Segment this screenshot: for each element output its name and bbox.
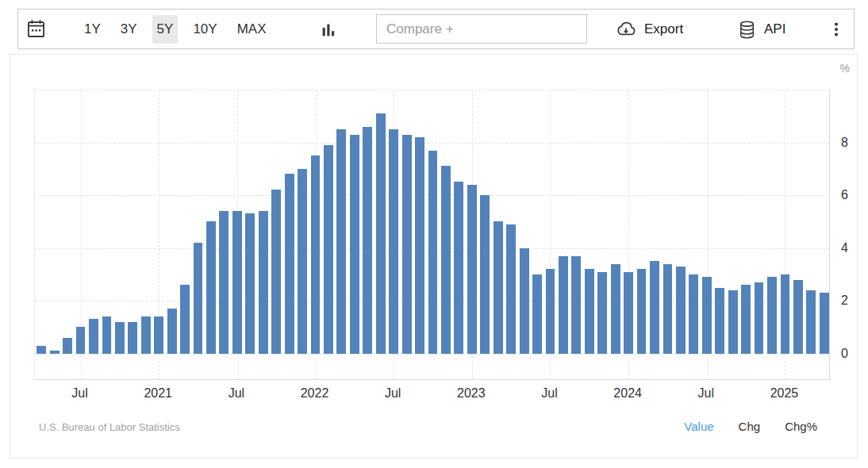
bar-Oct 2022[interactable]	[428, 151, 438, 354]
bar-Jan 2024[interactable]	[624, 272, 633, 354]
bar-Jun 2021[interactable]	[219, 211, 229, 354]
bar-Aug 2022[interactable]	[402, 135, 412, 354]
bar-Mar 2025[interactable]	[806, 290, 816, 354]
bar-May 2024[interactable]	[676, 267, 686, 354]
bar-Dec 2024[interactable]	[767, 277, 777, 353]
bar-May 2022[interactable]	[363, 127, 372, 354]
bar-May 2020[interactable]	[50, 351, 60, 353]
bar-Jan 2023[interactable]	[467, 185, 477, 354]
bar-Apr 2023[interactable]	[506, 224, 516, 354]
bar-Dec 2020[interactable]	[141, 316, 151, 354]
bar-Mar 2021[interactable]	[180, 285, 190, 354]
bar-Feb 2023[interactable]	[480, 195, 490, 354]
bar-Aug 2020[interactable]	[89, 319, 98, 353]
bar-Aug 2023[interactable]	[559, 256, 568, 354]
bar-Oct 2021[interactable]	[271, 190, 281, 353]
x-tick-label: 2021	[144, 386, 172, 401]
bar-Jan 2021[interactable]	[154, 316, 163, 354]
y-axis-unit-label: %	[840, 62, 850, 75]
bar-Jul 2024[interactable]	[702, 277, 712, 353]
bar-Sep 2023[interactable]	[571, 256, 581, 354]
x-tick-label: Jul	[698, 386, 714, 401]
api-button[interactable]: API	[737, 16, 785, 43]
bar-Aug 2024[interactable]	[715, 288, 724, 354]
x-tick-label: Jul	[541, 386, 557, 401]
toolbar: 1Y 3Y 5Y 10Y MAX Export	[17, 9, 855, 49]
kebab-icon	[828, 20, 845, 39]
bar-Jul 2021[interactable]	[232, 211, 242, 354]
bar-Feb 2022[interactable]	[324, 145, 333, 354]
bar-Nov 2022[interactable]	[441, 166, 451, 353]
api-label: API	[764, 21, 785, 37]
bar-chart-icon	[321, 21, 337, 38]
bar-Apr 2022[interactable]	[350, 135, 359, 354]
source-text: U.S. Bureau of Labor Statistics	[39, 421, 180, 433]
x-tick-label: Jul	[385, 386, 401, 401]
chart-widget: 1Y 3Y 5Y 10Y MAX Export	[0, 0, 868, 468]
x-tick-label: 2022	[301, 386, 329, 401]
y-tick-label: 4	[841, 241, 848, 255]
plot-area[interactable]	[34, 90, 830, 380]
bar-Sep 2022[interactable]	[415, 137, 424, 354]
mode-chg-pct[interactable]: Chg%	[785, 420, 817, 433]
range-5y[interactable]: 5Y	[152, 15, 179, 44]
bar-Sep 2020[interactable]	[102, 316, 112, 354]
bar-Jun 2022[interactable]	[376, 113, 386, 354]
bar-Feb 2025[interactable]	[793, 280, 803, 354]
bar-Sep 2021[interactable]	[259, 211, 268, 354]
chart-type-button[interactable]	[313, 16, 344, 43]
bar-Apr 2024[interactable]	[663, 264, 673, 354]
bar-Jun 2020[interactable]	[63, 338, 72, 354]
bar-Nov 2020[interactable]	[128, 322, 137, 354]
more-options-button[interactable]	[826, 16, 847, 43]
range-3y[interactable]: 3Y	[116, 15, 142, 44]
bar-Oct 2020[interactable]	[115, 322, 125, 354]
bar-Jan 2022[interactable]	[311, 155, 321, 354]
range-10y[interactable]: 10Y	[188, 15, 221, 44]
mode-chg[interactable]: Chg	[739, 420, 761, 433]
mode-value[interactable]: Value	[684, 420, 713, 433]
range-max[interactable]: MAX	[232, 15, 271, 44]
gridline-h	[35, 90, 829, 90]
bar-Jul 2023[interactable]	[546, 269, 555, 353]
mode-links: Value Chg Chg%	[684, 420, 817, 433]
bar-Jun 2024[interactable]	[689, 274, 698, 354]
bar-Nov 2024[interactable]	[755, 282, 764, 354]
gridline-h	[35, 354, 829, 355]
compare-box	[376, 14, 587, 44]
bar-Nov 2021[interactable]	[285, 174, 294, 353]
x-tick-label: 2025	[770, 386, 799, 401]
export-button[interactable]: Export	[615, 16, 683, 43]
bar-Jul 2020[interactable]	[76, 327, 86, 353]
cloud-download-icon	[615, 18, 637, 40]
bar-Apr 2020[interactable]	[36, 346, 46, 354]
bar-Mar 2023[interactable]	[494, 221, 503, 353]
y-tick-label: 8	[841, 136, 848, 150]
bar-Mar 2022[interactable]	[336, 129, 346, 354]
bar-Feb 2024[interactable]	[637, 269, 647, 353]
bar-Jun 2023[interactable]	[532, 274, 542, 354]
bar-Apr 2021[interactable]	[194, 243, 203, 354]
bar-Oct 2023[interactable]	[585, 269, 594, 353]
calendar-button[interactable]	[21, 13, 51, 44]
x-tick-label: 2023	[457, 386, 486, 401]
y-tick-label: 6	[841, 188, 848, 202]
bar-Nov 2023[interactable]	[597, 272, 607, 354]
bar-Sep 2024[interactable]	[728, 290, 738, 354]
bar-Oct 2024[interactable]	[741, 285, 751, 354]
bar-May 2023[interactable]	[520, 248, 529, 354]
bar-Jul 2022[interactable]	[389, 129, 398, 354]
chart-card: % U.S. Bureau of Labor Statistics Value …	[10, 54, 858, 458]
bar-Mar 2024[interactable]	[650, 261, 659, 353]
bar-May 2021[interactable]	[206, 221, 216, 353]
range-1y[interactable]: 1Y	[79, 15, 106, 44]
bar-Aug 2021[interactable]	[245, 213, 255, 353]
bar-Dec 2023[interactable]	[611, 264, 620, 354]
bar-Feb 2021[interactable]	[167, 309, 177, 354]
bar-Apr 2025[interactable]	[820, 293, 829, 354]
bar-Jan 2025[interactable]	[781, 274, 790, 354]
compare-input[interactable]	[376, 14, 587, 44]
y-tick-label: 0	[841, 347, 848, 361]
bar-Dec 2022[interactable]	[454, 182, 463, 353]
bar-Dec 2021[interactable]	[298, 169, 307, 354]
